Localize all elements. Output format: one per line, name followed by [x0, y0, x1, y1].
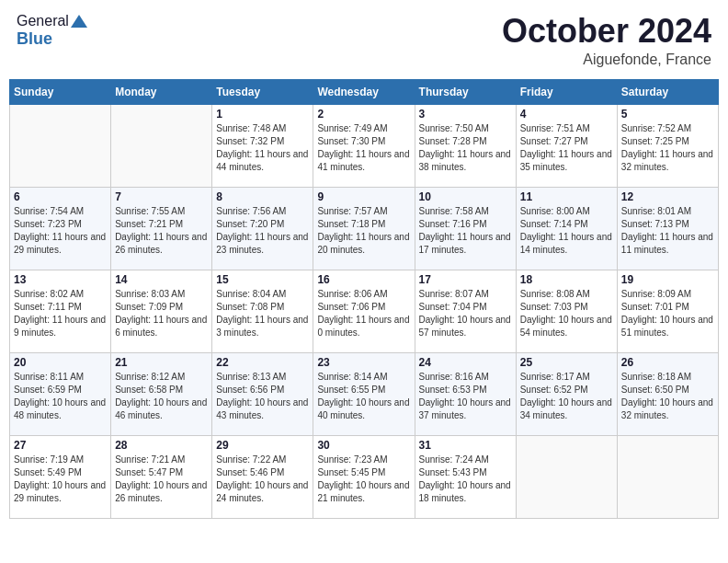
table-row: 21Sunrise: 8:12 AM Sunset: 6:58 PM Dayli… — [111, 352, 212, 435]
logo-arrow-icon — [71, 15, 87, 28]
day-info: Sunrise: 7:23 AM Sunset: 5:45 PM Dayligh… — [317, 454, 410, 505]
table-row: 26Sunrise: 8:18 AM Sunset: 6:50 PM Dayli… — [617, 352, 718, 435]
table-row: 10Sunrise: 7:58 AM Sunset: 7:16 PM Dayli… — [415, 187, 516, 270]
table-row: 4Sunrise: 7:51 AM Sunset: 7:27 PM Daylig… — [516, 104, 617, 187]
calendar-week-row: 20Sunrise: 8:11 AM Sunset: 6:59 PM Dayli… — [10, 352, 719, 435]
day-number: 12 — [621, 190, 714, 203]
day-info: Sunrise: 8:01 AM Sunset: 7:13 PM Dayligh… — [621, 205, 714, 257]
day-info: Sunrise: 8:07 AM Sunset: 7:04 PM Dayligh… — [419, 288, 512, 339]
day-info: Sunrise: 7:51 AM Sunset: 7:27 PM Dayligh… — [520, 122, 613, 174]
logo-blue-text: Blue — [17, 29, 52, 49]
table-row: 22Sunrise: 8:13 AM Sunset: 6:56 PM Dayli… — [212, 352, 313, 435]
table-row: 11Sunrise: 8:00 AM Sunset: 7:14 PM Dayli… — [516, 187, 617, 270]
day-number: 20 — [14, 356, 107, 369]
calendar-header-row: Sunday Monday Tuesday Wednesday Thursday… — [10, 79, 719, 104]
month-title: October 2024 — [502, 13, 711, 50]
day-number: 26 — [621, 356, 714, 369]
day-info: Sunrise: 7:57 AM Sunset: 7:18 PM Dayligh… — [317, 205, 410, 257]
day-info: Sunrise: 7:49 AM Sunset: 7:30 PM Dayligh… — [317, 122, 410, 174]
day-number: 18 — [520, 273, 613, 286]
calendar-table: Sunday Monday Tuesday Wednesday Thursday… — [9, 79, 719, 519]
table-row: 31Sunrise: 7:24 AM Sunset: 5:43 PM Dayli… — [415, 435, 516, 518]
table-row: 12Sunrise: 8:01 AM Sunset: 7:13 PM Dayli… — [617, 187, 718, 270]
day-info: Sunrise: 7:19 AM Sunset: 5:49 PM Dayligh… — [14, 454, 107, 505]
day-info: Sunrise: 8:17 AM Sunset: 6:52 PM Dayligh… — [520, 371, 613, 422]
logo-general-text: General — [17, 13, 69, 29]
calendar-week-row: 13Sunrise: 8:02 AM Sunset: 7:11 PM Dayli… — [10, 270, 719, 352]
table-row: 30Sunrise: 7:23 AM Sunset: 5:45 PM Dayli… — [313, 435, 415, 518]
day-number: 21 — [115, 356, 208, 369]
table-row: 17Sunrise: 8:07 AM Sunset: 7:04 PM Dayli… — [415, 270, 516, 352]
day-number: 1 — [216, 108, 309, 121]
col-sunday: Sunday — [10, 79, 111, 104]
day-number: 29 — [216, 439, 309, 452]
day-info: Sunrise: 7:50 AM Sunset: 7:28 PM Dayligh… — [419, 122, 512, 174]
col-tuesday: Tuesday — [212, 79, 313, 104]
table-row: 9Sunrise: 7:57 AM Sunset: 7:18 PM Daylig… — [313, 187, 415, 270]
day-info: Sunrise: 8:04 AM Sunset: 7:08 PM Dayligh… — [216, 288, 309, 339]
day-number: 24 — [419, 356, 512, 369]
table-row: 15Sunrise: 8:04 AM Sunset: 7:08 PM Dayli… — [212, 270, 313, 352]
col-saturday: Saturday — [617, 79, 718, 104]
day-number: 27 — [14, 439, 107, 452]
day-number: 4 — [520, 108, 613, 121]
day-number: 14 — [115, 273, 208, 286]
day-info: Sunrise: 7:55 AM Sunset: 7:21 PM Dayligh… — [115, 205, 208, 257]
day-number: 22 — [216, 356, 309, 369]
day-number: 2 — [317, 108, 410, 121]
table-row: 20Sunrise: 8:11 AM Sunset: 6:59 PM Dayli… — [10, 352, 111, 435]
table-row: 29Sunrise: 7:22 AM Sunset: 5:46 PM Dayli… — [212, 435, 313, 518]
table-row — [617, 435, 718, 518]
day-info: Sunrise: 8:13 AM Sunset: 6:56 PM Dayligh… — [216, 371, 309, 422]
table-row: 23Sunrise: 8:14 AM Sunset: 6:55 PM Dayli… — [313, 352, 415, 435]
day-info: Sunrise: 8:02 AM Sunset: 7:11 PM Dayligh… — [14, 288, 107, 339]
table-row: 6Sunrise: 7:54 AM Sunset: 7:23 PM Daylig… — [10, 187, 111, 270]
day-info: Sunrise: 8:03 AM Sunset: 7:09 PM Dayligh… — [115, 288, 208, 339]
table-row: 19Sunrise: 8:09 AM Sunset: 7:01 PM Dayli… — [617, 270, 718, 352]
svg-marker-0 — [71, 15, 87, 28]
day-info: Sunrise: 7:48 AM Sunset: 7:32 PM Dayligh… — [216, 122, 309, 174]
table-row: 16Sunrise: 8:06 AM Sunset: 7:06 PM Dayli… — [313, 270, 415, 352]
table-row: 5Sunrise: 7:52 AM Sunset: 7:25 PM Daylig… — [617, 104, 718, 187]
day-info: Sunrise: 8:18 AM Sunset: 6:50 PM Dayligh… — [621, 371, 714, 422]
col-monday: Monday — [111, 79, 212, 104]
table-row: 27Sunrise: 7:19 AM Sunset: 5:49 PM Dayli… — [10, 435, 111, 518]
col-wednesday: Wednesday — [313, 79, 415, 104]
day-number: 19 — [621, 273, 714, 286]
table-row: 28Sunrise: 7:21 AM Sunset: 5:47 PM Dayli… — [111, 435, 212, 518]
day-info: Sunrise: 8:08 AM Sunset: 7:03 PM Dayligh… — [520, 288, 613, 339]
day-number: 16 — [317, 273, 410, 286]
table-row: 3Sunrise: 7:50 AM Sunset: 7:28 PM Daylig… — [415, 104, 516, 187]
day-info: Sunrise: 7:54 AM Sunset: 7:23 PM Dayligh… — [14, 205, 107, 257]
day-number: 15 — [216, 273, 309, 286]
day-number: 11 — [520, 190, 613, 203]
day-info: Sunrise: 7:21 AM Sunset: 5:47 PM Dayligh… — [115, 454, 208, 505]
day-info: Sunrise: 8:11 AM Sunset: 6:59 PM Dayligh… — [14, 371, 107, 422]
day-info: Sunrise: 8:16 AM Sunset: 6:53 PM Dayligh… — [419, 371, 512, 422]
table-row: 24Sunrise: 8:16 AM Sunset: 6:53 PM Dayli… — [415, 352, 516, 435]
day-number: 30 — [317, 439, 410, 452]
table-row: 1Sunrise: 7:48 AM Sunset: 7:32 PM Daylig… — [212, 104, 313, 187]
table-row: 13Sunrise: 8:02 AM Sunset: 7:11 PM Dayli… — [10, 270, 111, 352]
calendar-week-row: 27Sunrise: 7:19 AM Sunset: 5:49 PM Dayli… — [10, 435, 719, 518]
day-info: Sunrise: 8:00 AM Sunset: 7:14 PM Dayligh… — [520, 205, 613, 257]
day-info: Sunrise: 7:58 AM Sunset: 7:16 PM Dayligh… — [419, 205, 512, 257]
table-row: 7Sunrise: 7:55 AM Sunset: 7:21 PM Daylig… — [111, 187, 212, 270]
day-number: 10 — [419, 190, 512, 203]
day-info: Sunrise: 8:14 AM Sunset: 6:55 PM Dayligh… — [317, 371, 410, 422]
day-number: 5 — [621, 108, 714, 121]
col-thursday: Thursday — [415, 79, 516, 104]
table-row — [10, 104, 111, 187]
day-info: Sunrise: 8:12 AM Sunset: 6:58 PM Dayligh… — [115, 371, 208, 422]
location-title: Aiguefonde, France — [502, 52, 711, 68]
day-number: 23 — [317, 356, 410, 369]
day-number: 25 — [520, 356, 613, 369]
day-info: Sunrise: 7:24 AM Sunset: 5:43 PM Dayligh… — [419, 454, 512, 505]
day-info: Sunrise: 8:06 AM Sunset: 7:06 PM Dayligh… — [317, 288, 410, 339]
calendar-week-row: 1Sunrise: 7:48 AM Sunset: 7:32 PM Daylig… — [10, 104, 719, 187]
col-friday: Friday — [516, 79, 617, 104]
day-number: 17 — [419, 273, 512, 286]
day-number: 31 — [419, 439, 512, 452]
day-number: 9 — [317, 190, 410, 203]
table-row — [516, 435, 617, 518]
